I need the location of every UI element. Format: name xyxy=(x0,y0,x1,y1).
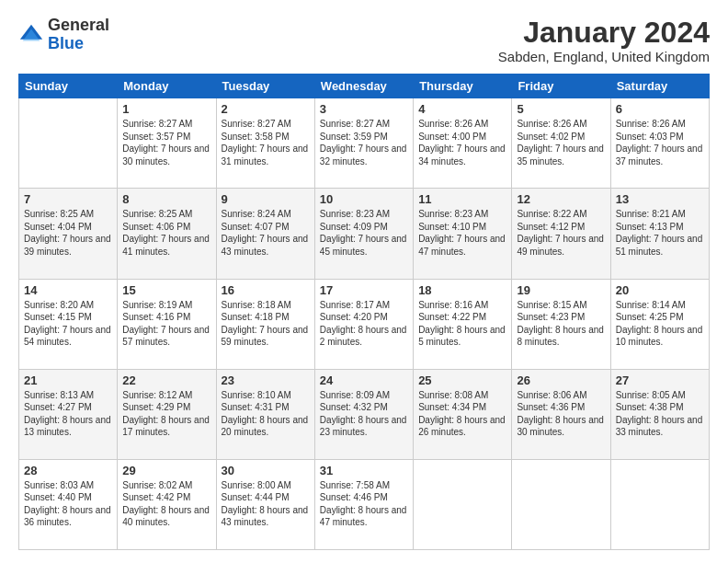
day-number: 18 xyxy=(418,283,506,297)
cell-info: Sunrise: 8:08 AMSunset: 4:34 PMDaylight:… xyxy=(418,389,506,439)
table-cell: 23Sunrise: 8:10 AMSunset: 4:31 PMDayligh… xyxy=(216,369,314,459)
day-number: 15 xyxy=(122,283,210,297)
table-cell: 29Sunrise: 8:02 AMSunset: 4:42 PMDayligh… xyxy=(118,459,216,549)
day-number: 24 xyxy=(320,373,408,387)
day-number: 6 xyxy=(616,102,704,116)
week-row-3: 21Sunrise: 8:13 AMSunset: 4:27 PMDayligh… xyxy=(19,369,710,459)
cell-info: Sunrise: 8:14 AMSunset: 4:25 PMDaylight:… xyxy=(616,299,704,349)
col-friday: Friday xyxy=(512,75,610,98)
cell-info: Sunrise: 8:24 AMSunset: 4:07 PMDaylight:… xyxy=(222,208,310,258)
week-row-0: 1Sunrise: 8:27 AMSunset: 3:57 PMDaylight… xyxy=(19,98,710,189)
cell-info: Sunrise: 8:25 AMSunset: 4:04 PMDaylight:… xyxy=(24,208,112,258)
col-monday: Monday xyxy=(118,75,216,98)
cell-info: Sunrise: 7:58 AMSunset: 4:46 PMDaylight:… xyxy=(320,479,408,529)
cell-info: Sunrise: 8:18 AMSunset: 4:18 PMDaylight:… xyxy=(222,299,310,349)
day-number: 19 xyxy=(517,283,605,297)
day-number: 21 xyxy=(24,373,112,387)
day-number: 8 xyxy=(122,192,210,206)
table-cell: 16Sunrise: 8:18 AMSunset: 4:18 PMDayligh… xyxy=(216,279,314,369)
logo: General Blue xyxy=(18,17,109,53)
table-cell: 14Sunrise: 8:20 AMSunset: 4:15 PMDayligh… xyxy=(19,279,118,369)
cell-info: Sunrise: 8:19 AMSunset: 4:16 PMDaylight:… xyxy=(122,299,210,349)
title-block: January 2024 Sabden, England, United Kin… xyxy=(498,17,710,64)
table-cell xyxy=(610,459,709,549)
cell-info: Sunrise: 8:00 AMSunset: 4:44 PMDaylight:… xyxy=(222,479,310,529)
day-number: 31 xyxy=(320,464,408,477)
cell-info: Sunrise: 8:02 AMSunset: 4:42 PMDaylight:… xyxy=(122,479,210,529)
table-cell: 18Sunrise: 8:16 AMSunset: 4:22 PMDayligh… xyxy=(414,279,512,369)
day-number: 14 xyxy=(24,283,112,297)
cell-info: Sunrise: 8:05 AMSunset: 4:38 PMDaylight:… xyxy=(616,389,704,439)
table-cell: 7Sunrise: 8:25 AMSunset: 4:04 PMDaylight… xyxy=(19,189,118,279)
day-number: 25 xyxy=(418,373,506,387)
table-cell: 2Sunrise: 8:27 AMSunset: 3:58 PMDaylight… xyxy=(216,98,314,189)
cell-info: Sunrise: 8:27 AMSunset: 3:58 PMDaylight:… xyxy=(222,118,310,167)
day-number: 4 xyxy=(418,102,506,116)
day-number: 26 xyxy=(517,373,605,387)
cell-info: Sunrise: 8:23 AMSunset: 4:10 PMDaylight:… xyxy=(418,208,506,258)
table-cell: 26Sunrise: 8:06 AMSunset: 4:36 PMDayligh… xyxy=(512,369,610,459)
cell-info: Sunrise: 8:21 AMSunset: 4:13 PMDaylight:… xyxy=(616,208,704,258)
cell-info: Sunrise: 8:13 AMSunset: 4:27 PMDaylight:… xyxy=(24,389,112,439)
table-cell: 3Sunrise: 8:27 AMSunset: 3:59 PMDaylight… xyxy=(314,98,413,189)
table-cell: 30Sunrise: 8:00 AMSunset: 4:44 PMDayligh… xyxy=(216,459,314,549)
table-cell: 15Sunrise: 8:19 AMSunset: 4:16 PMDayligh… xyxy=(118,279,216,369)
week-row-2: 14Sunrise: 8:20 AMSunset: 4:15 PMDayligh… xyxy=(19,279,710,369)
cell-info: Sunrise: 8:26 AMSunset: 4:00 PMDaylight:… xyxy=(418,118,506,167)
cell-info: Sunrise: 8:20 AMSunset: 4:15 PMDaylight:… xyxy=(24,299,112,349)
table-cell: 10Sunrise: 8:23 AMSunset: 4:09 PMDayligh… xyxy=(314,189,413,279)
week-row-1: 7Sunrise: 8:25 AMSunset: 4:04 PMDaylight… xyxy=(19,189,710,279)
cell-info: Sunrise: 8:10 AMSunset: 4:31 PMDaylight:… xyxy=(222,389,310,439)
week-row-4: 28Sunrise: 8:03 AMSunset: 4:40 PMDayligh… xyxy=(19,459,710,549)
cell-info: Sunrise: 8:12 AMSunset: 4:29 PMDaylight:… xyxy=(122,389,210,439)
table-cell xyxy=(19,98,118,189)
day-number: 28 xyxy=(24,464,112,477)
table-cell: 22Sunrise: 8:12 AMSunset: 4:29 PMDayligh… xyxy=(118,369,216,459)
cell-info: Sunrise: 8:26 AMSunset: 4:02 PMDaylight:… xyxy=(517,118,605,167)
header: General Blue January 2024 Sabden, Englan… xyxy=(18,17,710,64)
table-cell: 9Sunrise: 8:24 AMSunset: 4:07 PMDaylight… xyxy=(216,189,314,279)
day-number: 2 xyxy=(222,102,310,116)
table-cell: 20Sunrise: 8:14 AMSunset: 4:25 PMDayligh… xyxy=(610,279,709,369)
cell-info: Sunrise: 8:23 AMSunset: 4:09 PMDaylight:… xyxy=(320,208,408,258)
logo-text: General Blue xyxy=(48,17,109,53)
page: General Blue January 2024 Sabden, Englan… xyxy=(0,0,728,563)
col-saturday: Saturday xyxy=(610,75,709,98)
table-cell xyxy=(414,459,512,549)
table-cell: 24Sunrise: 8:09 AMSunset: 4:32 PMDayligh… xyxy=(314,369,413,459)
day-number: 9 xyxy=(222,192,310,206)
col-tuesday: Tuesday xyxy=(216,75,314,98)
cell-info: Sunrise: 8:15 AMSunset: 4:23 PMDaylight:… xyxy=(517,299,605,349)
table-cell: 11Sunrise: 8:23 AMSunset: 4:10 PMDayligh… xyxy=(414,189,512,279)
cell-info: Sunrise: 8:27 AMSunset: 3:57 PMDaylight:… xyxy=(122,118,210,167)
day-number: 12 xyxy=(517,192,605,206)
day-number: 13 xyxy=(616,192,704,206)
table-cell xyxy=(512,459,610,549)
day-number: 16 xyxy=(222,283,310,297)
day-number: 17 xyxy=(320,283,408,297)
table-cell: 21Sunrise: 8:13 AMSunset: 4:27 PMDayligh… xyxy=(19,369,118,459)
day-number: 29 xyxy=(122,464,210,477)
table-cell: 13Sunrise: 8:21 AMSunset: 4:13 PMDayligh… xyxy=(610,189,709,279)
col-sunday: Sunday xyxy=(19,75,118,98)
day-number: 11 xyxy=(418,192,506,206)
table-cell: 4Sunrise: 8:26 AMSunset: 4:00 PMDaylight… xyxy=(414,98,512,189)
table-cell: 12Sunrise: 8:22 AMSunset: 4:12 PMDayligh… xyxy=(512,189,610,279)
table-cell: 1Sunrise: 8:27 AMSunset: 3:57 PMDaylight… xyxy=(118,98,216,189)
day-number: 1 xyxy=(122,102,210,116)
table-cell: 28Sunrise: 8:03 AMSunset: 4:40 PMDayligh… xyxy=(19,459,118,549)
cell-info: Sunrise: 8:26 AMSunset: 4:03 PMDaylight:… xyxy=(616,118,704,167)
table-cell: 8Sunrise: 8:25 AMSunset: 4:06 PMDaylight… xyxy=(118,189,216,279)
day-number: 5 xyxy=(517,102,605,116)
table-cell: 27Sunrise: 8:05 AMSunset: 4:38 PMDayligh… xyxy=(610,369,709,459)
day-number: 7 xyxy=(24,192,112,206)
day-number: 3 xyxy=(320,102,408,116)
calendar-table: Sunday Monday Tuesday Wednesday Thursday… xyxy=(18,74,710,550)
logo-icon xyxy=(18,22,44,48)
location-subtitle: Sabden, England, United Kingdom xyxy=(498,49,710,64)
cell-info: Sunrise: 8:03 AMSunset: 4:40 PMDaylight:… xyxy=(24,479,112,529)
cell-info: Sunrise: 8:17 AMSunset: 4:20 PMDaylight:… xyxy=(320,299,408,349)
table-cell: 25Sunrise: 8:08 AMSunset: 4:34 PMDayligh… xyxy=(414,369,512,459)
col-thursday: Thursday xyxy=(414,75,512,98)
day-number: 23 xyxy=(222,373,310,387)
